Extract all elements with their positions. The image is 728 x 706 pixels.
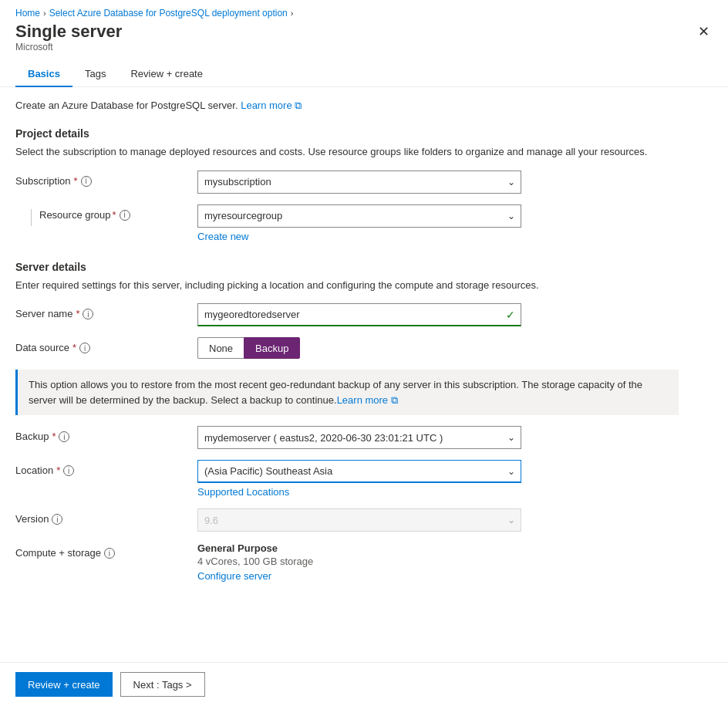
server-name-input[interactable] [197, 303, 521, 326]
page-title-block: Single server Microsoft [15, 22, 122, 52]
tab-review-create[interactable]: Review + create [118, 62, 215, 87]
location-select-wrapper: (Asia Pacific) Southeast Asia ⌄ [197, 460, 521, 483]
subscription-info-icon[interactable]: i [81, 176, 92, 187]
location-required: * [56, 464, 60, 476]
backup-required: * [52, 431, 56, 442]
server-details-section: Server details Enter required settings f… [15, 261, 679, 583]
location-select[interactable]: (Asia Pacific) Southeast Asia [197, 460, 521, 483]
create-new-link[interactable]: Create new [197, 231, 248, 242]
project-details-desc: Select the subscription to manage deploy… [15, 144, 679, 160]
breadcrumb-chevron-1: › [43, 8, 46, 18]
data-source-row: Data source * i None Backup [15, 337, 679, 359]
subscription-select-wrapper: mysubscription ⌄ [197, 171, 521, 194]
server-name-info-icon[interactable]: i [83, 309, 93, 319]
resource-group-label-col: Resource group * i [15, 204, 185, 226]
server-name-required: * [76, 308, 79, 319]
compute-storage-value: General Purpose 4 vCores, 100 GB storage… [197, 542, 521, 582]
compute-storage-row: Compute + storage i General Purpose 4 vC… [15, 542, 679, 582]
data-source-info-icon[interactable]: i [79, 343, 90, 353]
info-box: This option allows you to restore from t… [15, 370, 679, 415]
subscription-select[interactable]: mysubscription [197, 171, 521, 194]
bottom-bar: Review + create Next : Tags > [0, 662, 728, 706]
server-name-label-col: Server name * i [15, 303, 185, 319]
breadcrumb: Home › Select Azure Database for Postgre… [0, 0, 728, 22]
subscription-required: * [74, 175, 78, 187]
tab-basics[interactable]: Basics [15, 62, 72, 87]
version-select: 9.6 [197, 508, 521, 532]
review-create-button[interactable]: Review + create [15, 672, 113, 697]
subscription-label: Subscription [15, 175, 71, 187]
breadcrumb-chevron-2: › [291, 8, 294, 18]
server-name-control: ✓ [197, 303, 521, 326]
version-info-icon[interactable]: i [52, 514, 62, 525]
info-external-link-icon: ⧉ [391, 394, 398, 406]
location-label-col: Location * i [15, 460, 185, 476]
page-subtitle: Microsoft [15, 42, 122, 52]
resource-group-select-wrapper: myresourcegroup ⌄ [197, 204, 521, 228]
subscription-control: mysubscription ⌄ [197, 171, 521, 194]
project-details-section: Project details Select the subscription … [15, 127, 679, 242]
info-learn-more-link[interactable]: Learn more ⧉ [337, 394, 398, 406]
learn-more-link[interactable]: Learn more ⧉ [241, 100, 302, 111]
server-name-label: Server name [15, 308, 72, 319]
server-details-title: Server details [15, 261, 679, 273]
backup-control: mydemoserver ( eastus2, 2020-06-30 23:01… [197, 426, 521, 449]
subscription-label-col: Subscription * i [15, 171, 185, 187]
compute-storage-tier: General Purpose [197, 542, 521, 554]
close-button[interactable]: ✕ [695, 22, 713, 42]
page-header: Single server Microsoft ✕ [0, 22, 728, 62]
subscription-row: Subscription * i mysubscription ⌄ [15, 171, 679, 194]
indent-bar [31, 209, 32, 226]
resource-group-control: myresourcegroup ⌄ Create new [197, 204, 521, 242]
main-content: Create an Azure Database for PostgreSQL … [0, 87, 694, 613]
page-title: Single server [15, 22, 122, 42]
compute-storage-info-icon[interactable]: i [104, 548, 115, 559]
version-label-col: Version i [15, 508, 185, 525]
resource-group-info-icon[interactable]: i [120, 210, 130, 221]
server-name-check-icon: ✓ [506, 309, 515, 321]
backup-select-wrapper: mydemoserver ( eastus2, 2020-06-30 23:01… [197, 426, 521, 449]
data-source-backup-option[interactable]: Backup [244, 337, 300, 359]
backup-select[interactable]: mydemoserver ( eastus2, 2020-06-30 23:01… [197, 426, 521, 449]
server-details-desc: Enter required settings for this server,… [15, 278, 679, 293]
backup-label: Backup [15, 431, 49, 442]
next-tags-button[interactable]: Next : Tags > [120, 672, 205, 697]
compute-storage-details: 4 vCores, 100 GB storage [197, 556, 521, 567]
tab-tags[interactable]: Tags [72, 62, 118, 87]
resource-group-label: Resource group [39, 209, 111, 221]
version-label: Version [15, 513, 49, 525]
data-source-label: Data source [15, 342, 69, 353]
resource-group-select[interactable]: myresourcegroup [197, 204, 521, 228]
data-source-label-col: Data source * i [15, 337, 185, 353]
location-control: (Asia Pacific) Southeast Asia ⌄ Supporte… [197, 460, 521, 498]
compute-storage-label-col: Compute + storage i [15, 542, 185, 559]
compute-storage-label: Compute + storage [15, 547, 101, 559]
supported-locations-link[interactable]: Supported Locations [197, 486, 521, 498]
resource-group-required: * [113, 209, 116, 221]
resource-group-row: Resource group * i myresourcegroup ⌄ Cre… [15, 204, 679, 242]
breadcrumb-home[interactable]: Home [15, 8, 40, 19]
version-control: 9.6 ⌄ [197, 508, 521, 532]
backup-row: Backup * i mydemoserver ( eastus2, 2020-… [15, 426, 679, 449]
location-label: Location [15, 464, 53, 476]
data-source-radio-group: None Backup [197, 337, 521, 359]
location-info-icon[interactable]: i [63, 465, 74, 476]
location-row: Location * i (Asia Pacific) Southeast As… [15, 460, 679, 498]
project-details-title: Project details [15, 127, 679, 140]
version-row: Version i 9.6 ⌄ [15, 508, 679, 532]
configure-server-link[interactable]: Configure server [197, 570, 271, 582]
breadcrumb-select-deployment[interactable]: Select Azure Database for PostgreSQL dep… [49, 8, 288, 19]
version-select-wrapper: 9.6 ⌄ [197, 508, 521, 532]
backup-info-icon[interactable]: i [59, 431, 69, 442]
data-source-none-option[interactable]: None [197, 337, 244, 359]
external-link-icon: ⧉ [295, 100, 302, 111]
tabs-bar: Basics Tags Review + create [0, 62, 728, 87]
backup-label-col: Backup * i [15, 426, 185, 442]
server-name-row: Server name * i ✓ [15, 303, 679, 326]
data-source-control: None Backup [197, 337, 521, 359]
server-name-input-wrapper: ✓ [197, 303, 521, 326]
intro-text: Create an Azure Database for PostgreSQL … [15, 100, 679, 112]
data-source-required: * [72, 342, 76, 353]
